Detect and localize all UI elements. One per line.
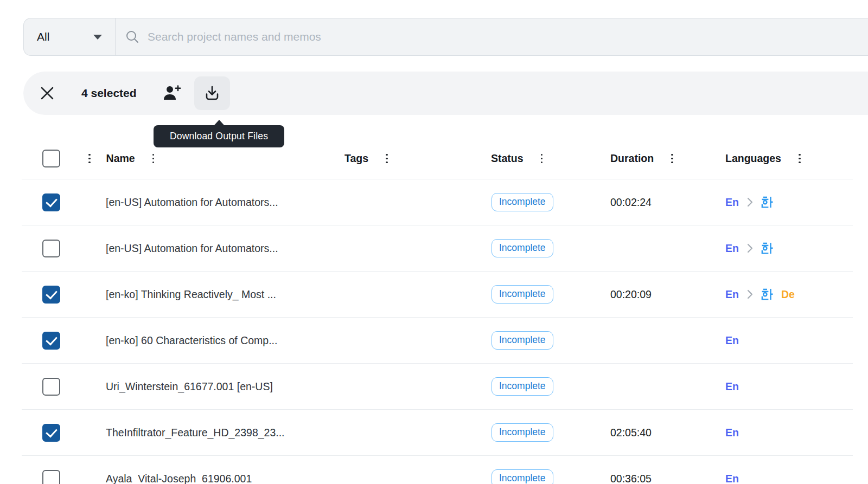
lang-ko-icon <box>761 196 773 208</box>
lang-label: En <box>725 288 739 301</box>
row-checkbox[interactable] <box>42 470 60 484</box>
status-badge: Incomplete <box>492 423 553 442</box>
download-icon <box>203 85 221 102</box>
filter-dropdown[interactable]: All <box>24 18 115 55</box>
table-row[interactable]: Uri_Winterstein_61677.001 [en-US] Incomp… <box>22 364 853 410</box>
clear-selection-button[interactable] <box>40 86 54 100</box>
status-badge: Incomplete <box>492 239 553 257</box>
languages-cell: En <box>705 473 853 484</box>
duration-value: 00:36:05 <box>597 473 705 484</box>
lang-label: De <box>781 288 795 301</box>
status-badge: Incomplete <box>492 331 553 350</box>
languages-cell: En <box>705 196 853 209</box>
column-header-languages: Languages <box>725 152 781 165</box>
lang-label: En <box>725 334 739 347</box>
chevron-right-icon <box>747 243 753 253</box>
lang-label: En <box>725 380 739 393</box>
row-checkbox[interactable] <box>42 240 60 257</box>
tooltip: Download Output Files <box>154 125 284 147</box>
column-header-name: Name <box>106 152 135 165</box>
row-checkbox[interactable] <box>42 286 60 304</box>
table-row[interactable]: [en-ko] 60 Characteristics of Comp... In… <box>22 318 853 364</box>
tooltip-text: Download Output Files <box>170 131 268 142</box>
lang-ko-icon <box>761 242 773 254</box>
table-row[interactable]: [en-US] Automation for Automators... Inc… <box>22 225 853 272</box>
status-badge: Incomplete <box>492 469 553 484</box>
status-column-menu-icon[interactable] <box>538 151 546 166</box>
search-bar: All <box>23 18 868 56</box>
languages-cell: EnDe <box>705 288 853 301</box>
project-name: [en-US] Automation for Automators... <box>106 196 278 209</box>
lang-ko-icon <box>761 288 773 300</box>
duration-value: 00:02:24 <box>597 196 705 209</box>
filter-dropdown-value: All <box>37 30 49 43</box>
download-output-button[interactable] <box>194 76 230 110</box>
languages-column-menu-icon[interactable] <box>796 151 803 166</box>
table-row[interactable]: TheInfiltrator_Feature_HD_2398_23... Inc… <box>22 410 853 456</box>
chevron-right-icon <box>747 197 753 207</box>
tags-column-menu-icon[interactable] <box>383 151 391 166</box>
lang-label: En <box>725 473 739 484</box>
search-icon <box>125 30 139 44</box>
column-header-tags: Tags <box>344 152 368 165</box>
row-checkbox[interactable] <box>42 332 60 350</box>
row-checkbox[interactable] <box>42 193 60 211</box>
row-checkbox[interactable] <box>42 378 60 396</box>
project-name: [en-ko] Thinking Reactively_ Most ... <box>106 288 276 301</box>
column-header-status: Status <box>491 152 524 165</box>
languages-cell: En <box>705 334 853 347</box>
checkbox-column-menu-icon[interactable] <box>86 151 93 166</box>
projects-table: Name Tags Status Duration Languages [en-… <box>22 138 853 484</box>
select-all-checkbox[interactable] <box>42 150 60 167</box>
table-row[interactable]: [en-ko] Thinking Reactively_ Most ... In… <box>22 272 853 318</box>
table-body: [en-US] Automation for Automators... Inc… <box>22 179 853 484</box>
table-row[interactable]: [en-US] Automation for Automators... Inc… <box>22 179 853 225</box>
close-icon <box>40 86 54 100</box>
languages-cell: En <box>705 242 853 255</box>
chevron-down-icon <box>93 35 102 40</box>
duration-value: 00:20:09 <box>597 288 705 301</box>
name-column-menu-icon[interactable] <box>150 151 157 166</box>
assign-user-button[interactable] <box>162 84 182 102</box>
selection-toolbar: 4 selected <box>23 72 868 115</box>
project-name: Ayala_Vital-Joseph_61906.001 <box>106 473 252 484</box>
lang-label: En <box>725 196 739 209</box>
row-checkbox[interactable] <box>42 424 60 442</box>
duration-value: 02:05:40 <box>597 427 705 439</box>
lang-label: En <box>725 427 739 439</box>
languages-cell: En <box>705 380 853 393</box>
chevron-right-icon <box>747 289 753 299</box>
project-name: Uri_Winterstein_61677.001 [en-US] <box>106 380 273 393</box>
status-badge: Incomplete <box>492 377 553 396</box>
selected-count: 4 selected <box>81 87 137 100</box>
status-badge: Incomplete <box>492 285 553 304</box>
project-name: [en-ko] 60 Characteristics of Comp... <box>106 334 277 347</box>
lang-label: En <box>725 242 739 255</box>
project-name: TheInfiltrator_Feature_HD_2398_23... <box>106 427 285 439</box>
search-input[interactable] <box>146 30 868 44</box>
table-row[interactable]: Ayala_Vital-Joseph_61906.001 Incomplete … <box>22 456 853 484</box>
project-name: [en-US] Automation for Automators... <box>106 242 278 255</box>
languages-cell: En <box>705 427 853 439</box>
duration-column-menu-icon[interactable] <box>668 151 676 166</box>
person-add-icon <box>162 84 182 102</box>
column-header-duration: Duration <box>610 152 654 165</box>
table-header: Name Tags Status Duration Languages <box>22 138 853 179</box>
status-badge: Incomplete <box>492 193 553 211</box>
